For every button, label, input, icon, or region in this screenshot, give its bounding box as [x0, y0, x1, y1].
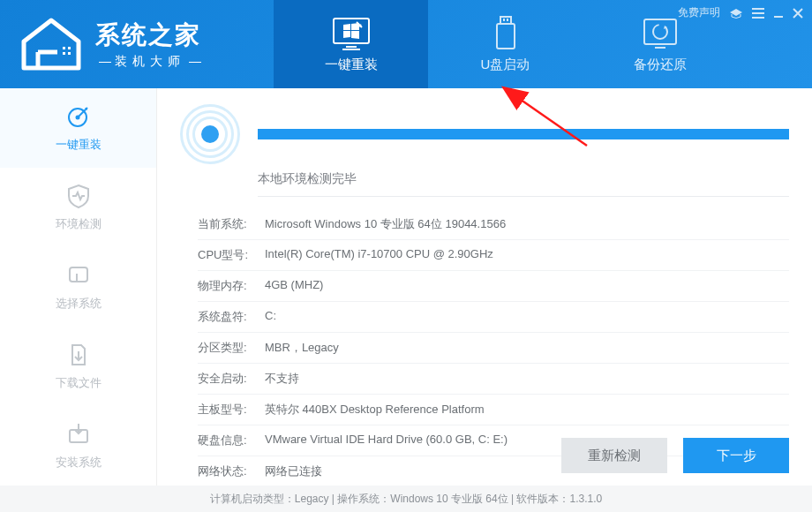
tab-label: U盘启动	[481, 56, 530, 73]
sidebar-item-label: 环境检测	[56, 216, 102, 232]
svg-rect-7	[503, 19, 505, 21]
window-controls: 免费声明	[678, 5, 803, 20]
shield-pulse-icon	[65, 183, 92, 209]
svg-rect-2	[63, 52, 65, 55]
free-statement-link[interactable]: 免费声明	[678, 5, 720, 20]
app-logo-block: 系统之家 装机大师	[0, 13, 274, 75]
svg-rect-8	[507, 19, 508, 21]
info-row: 物理内存:4GB (MHZ)	[198, 271, 789, 302]
radar-scan-icon	[180, 104, 240, 164]
info-row: 主板型号:英特尔 440BX Desktop Reference Platfor…	[198, 395, 789, 425]
house-logo-icon	[13, 13, 88, 75]
tab-usb-boot[interactable]: U盘启动	[428, 0, 583, 88]
svg-rect-13	[70, 267, 87, 282]
usb-drive-icon	[492, 16, 519, 51]
svg-rect-3	[68, 52, 71, 55]
select-system-icon	[65, 262, 92, 289]
app-subtitle: 装机大师	[95, 54, 205, 70]
info-row: 系统盘符:C:	[198, 302, 789, 333]
sidebar-item-download[interactable]: 下载文件	[0, 327, 156, 406]
tab-label: 一键重装	[325, 56, 378, 73]
sidebar-item-envcheck[interactable]: 环境检测	[0, 168, 156, 247]
next-button[interactable]: 下一步	[683, 438, 789, 473]
main-panel: 本地环境检测完毕 当前系统:Microsoft Windows 10 专业版 6…	[157, 88, 812, 486]
top-tabs: 一键重装 U盘启动 备份还原	[274, 0, 737, 88]
info-row: 当前系统:Microsoft Windows 10 专业版 64位 19044.…	[198, 209, 789, 240]
minimize-button[interactable]	[773, 8, 784, 19]
sidebar-item-label: 一键重装	[56, 137, 102, 153]
svg-rect-5	[500, 17, 511, 24]
sidebar-item-install[interactable]: 安装系统	[0, 406, 156, 486]
rescan-button[interactable]: 重新检测	[561, 438, 667, 473]
scan-status-text: 本地环境检测完毕	[258, 171, 789, 197]
close-button[interactable]	[793, 8, 803, 19]
svg-rect-6	[497, 24, 515, 49]
sidebar-item-reinstall[interactable]: 一键重装	[0, 88, 156, 168]
title-bar: 系统之家 装机大师 一键重装 U盘启动 备份还原 免费声明	[0, 0, 812, 88]
download-file-icon	[65, 342, 92, 368]
info-row: 安全启动:不支持	[198, 364, 789, 395]
status-bar: 计算机启动类型：Legacy | 操作系统：Windows 10 专业版 64位…	[0, 486, 812, 512]
install-box-icon	[65, 421, 92, 448]
menu-icon[interactable]	[752, 8, 764, 19]
svg-rect-0	[63, 47, 65, 49]
target-arrow-icon	[65, 103, 92, 130]
info-row: 分区类型:MBR，Legacy	[198, 333, 789, 364]
tab-reinstall[interactable]: 一键重装	[274, 0, 428, 88]
svg-rect-9	[644, 19, 676, 44]
svg-rect-1	[68, 47, 71, 49]
sidebar: 一键重装 环境检测 选择系统 下载文件 安装系统	[0, 88, 157, 486]
sidebar-item-label: 安装系统	[56, 455, 102, 471]
graduation-icon[interactable]	[729, 7, 743, 19]
info-row: CPU型号:Intel(R) Core(TM) i7-10700 CPU @ 2…	[198, 240, 789, 271]
app-title: 系统之家	[95, 19, 205, 52]
monitor-windows-icon	[331, 16, 372, 51]
sidebar-item-label: 选择系统	[56, 296, 102, 312]
tab-label: 备份还原	[634, 56, 687, 73]
backup-restore-icon	[641, 16, 680, 51]
scan-progress-bar	[258, 129, 789, 139]
sidebar-item-label: 下载文件	[56, 375, 102, 391]
sidebar-item-select-system[interactable]: 选择系统	[0, 247, 156, 327]
